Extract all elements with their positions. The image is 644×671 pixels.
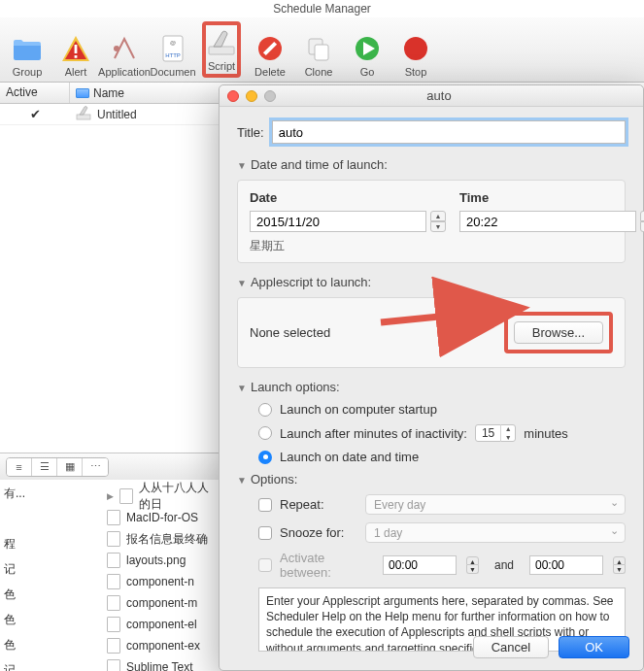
launch-options-label: ▼Launch options: (237, 380, 626, 394)
radio-datetime[interactable]: Launch on date and time (258, 450, 626, 464)
snooze-row[interactable]: Snooze for: 1 day (258, 522, 626, 543)
repeat-dropdown[interactable]: Every day (365, 494, 626, 515)
dialog: auto Title: ▼Date and time of launch: Da… (219, 84, 644, 671)
footer: ≡ ☰ ▦ ⋯ (0, 453, 219, 480)
list-item[interactable]: component-el (0, 614, 219, 635)
cancel-button[interactable]: Cancel (473, 636, 549, 658)
datetime-label: ▼Date and time of launch: (237, 157, 626, 172)
view-grid-icon[interactable]: ▦ (57, 458, 83, 476)
list-item[interactable]: component-n (0, 571, 219, 592)
col-active[interactable]: Active (0, 83, 70, 103)
date-input[interactable] (250, 211, 426, 232)
radio-startup[interactable]: Launch on computer startup (258, 402, 626, 417)
toolbar-go[interactable]: Go (348, 21, 387, 78)
toolbar-group[interactable]: Group (8, 21, 47, 78)
file-icon (107, 638, 120, 654)
time-header: Time (459, 190, 644, 205)
alert-icon (60, 33, 91, 64)
svg-text:@: @ (170, 40, 176, 46)
toolbar-stop[interactable]: Stop (396, 21, 435, 78)
checkbox-icon[interactable] (258, 498, 272, 512)
list-item[interactable]: Sublime Text (0, 656, 219, 671)
row-active-checkbox[interactable]: ✔︎ (0, 107, 70, 121)
toolbar-application[interactable]: Application (105, 21, 144, 78)
checkbox-icon[interactable] (258, 558, 272, 572)
time-stepper[interactable]: ▲▼ (640, 211, 644, 232)
svg-point-2 (114, 46, 119, 51)
script-icon (206, 27, 237, 58)
disclosure-icon[interactable]: ▼ (237, 160, 247, 171)
radio-icon[interactable] (258, 426, 272, 440)
date-stepper[interactable]: ▲▼ (430, 211, 446, 232)
title-input[interactable] (272, 120, 626, 144)
snooze-label: Snooze for: (280, 525, 357, 540)
maximize-icon (264, 90, 276, 102)
list-item[interactable]: ▶人从十八人人的日 (0, 486, 219, 507)
file-icon (107, 510, 120, 525)
disclosure-icon[interactable]: ▼ (237, 278, 247, 288)
dialog-titlebar[interactable]: auto (220, 85, 643, 107)
activate-from-input[interactable] (383, 555, 457, 575)
activate-to-input[interactable] (529, 555, 603, 575)
time-input[interactable] (459, 211, 636, 232)
svg-point-12 (404, 37, 427, 60)
toolbar-clone[interactable]: Clone (299, 21, 338, 78)
svg-rect-1 (75, 55, 78, 58)
activate-from-stepper[interactable]: ▲▼ (466, 556, 479, 574)
file-icon (107, 553, 120, 568)
script-icon (76, 105, 91, 123)
toolbar: Group Alert Application @HTTP Documen Sc… (0, 17, 644, 83)
disclosure-icon[interactable]: ▶ (107, 491, 114, 501)
file-icon (119, 488, 133, 504)
view-mode-segment[interactable]: ≡ ☰ ▦ ⋯ (6, 457, 109, 477)
disclosure-icon[interactable]: ▼ (237, 383, 247, 393)
minimize-icon[interactable] (246, 90, 257, 102)
svg-rect-13 (77, 115, 90, 119)
file-icon (107, 617, 120, 632)
datetime-box: Date ▲▼ 星期五 Time ▲▼ (237, 180, 626, 263)
file-icon (107, 595, 120, 611)
view-list-icon[interactable]: ≡ (7, 458, 32, 476)
file-icon (107, 531, 120, 547)
view-options-icon[interactable]: ⋯ (83, 458, 108, 476)
radio-icon[interactable] (258, 403, 272, 417)
svg-text:HTTP: HTTP (165, 52, 181, 58)
checkbox-icon[interactable] (258, 526, 272, 540)
folder-icon (76, 88, 89, 98)
activate-row: Activate between: ▲▼ and ▲▼ (258, 551, 626, 580)
radio-icon[interactable] (258, 451, 272, 464)
play-icon (352, 33, 383, 64)
window-title: Schedule Manager (0, 0, 644, 17)
activate-to-stepper[interactable]: ▲▼ (613, 556, 626, 574)
file-tree: ▶人从十八人人的日 MacID-for-OS 报名信息最终确 layouts.p… (0, 486, 219, 671)
repeat-row[interactable]: Repeat: Every day (258, 494, 626, 515)
svg-rect-10 (315, 45, 328, 60)
delete-icon (254, 33, 286, 64)
snooze-dropdown[interactable]: 1 day (365, 522, 626, 543)
svg-line-14 (381, 309, 517, 322)
list-item[interactable]: component-m (0, 592, 219, 614)
document-icon: @HTTP (157, 33, 188, 64)
toolbar-script[interactable]: Script (202, 21, 241, 78)
disclosure-icon[interactable]: ▼ (237, 475, 247, 486)
options-label: ▼Options: (237, 472, 626, 486)
list-item[interactable]: MacID-for-OS (0, 507, 219, 528)
toolbar-document[interactable]: @HTTP Documen (153, 21, 192, 78)
application-icon (109, 33, 140, 64)
toolbar-delete[interactable]: Delete (251, 21, 289, 78)
toolbar-alert[interactable]: Alert (56, 21, 95, 78)
list-item[interactable]: 报名信息最终确 (0, 528, 219, 550)
svg-rect-0 (75, 45, 78, 53)
close-icon[interactable] (227, 90, 239, 102)
activate-label: Activate between: (280, 551, 375, 580)
title-label: Title: (237, 125, 264, 140)
list-item[interactable]: layouts.png (0, 550, 219, 571)
date-header: Date (250, 190, 446, 205)
radio-inactivity[interactable]: Launch after minutes of inactivity: 15▲▼… (258, 424, 626, 442)
ok-button[interactable]: OK (559, 636, 629, 658)
dialog-title: auto (276, 88, 643, 103)
view-columns-icon[interactable]: ☰ (32, 458, 57, 476)
inactivity-stepper[interactable]: 15▲▼ (475, 424, 516, 442)
list-item[interactable]: component-ex (0, 635, 219, 656)
annotation-arrow (381, 301, 536, 339)
